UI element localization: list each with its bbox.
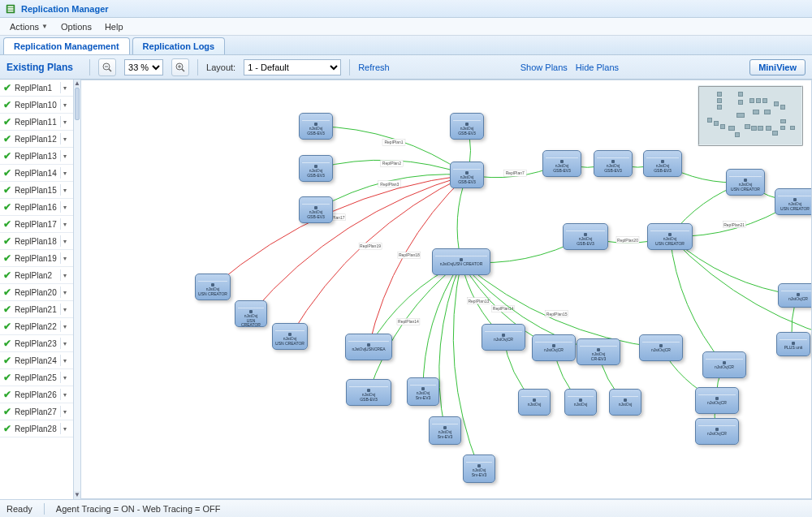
plan-item[interactable]: ✔ReplPlan25▾	[0, 369, 73, 386]
show-plans-button[interactable]: Show Plans	[520, 62, 568, 72]
plan-item[interactable]: ✔ReplPlan27▾	[0, 403, 73, 420]
graph-node[interactable]: nJstOvjCR	[778, 283, 812, 308]
chevron-down-icon[interactable]: ▾	[60, 423, 70, 434]
chevron-down-icon[interactable]: ▾	[60, 116, 70, 127]
graph-node[interactable]: nJstOvjGSB-EV3	[450, 113, 484, 140]
zoom-select[interactable]: 33 %	[124, 59, 163, 75]
plan-item[interactable]: ✔ReplPlan18▾	[0, 233, 73, 250]
chevron-down-icon[interactable]: ▾	[60, 150, 70, 162]
plan-item[interactable]: ✔ReplPlan23▾	[0, 335, 73, 352]
graph-node[interactable]: nJstOvjSrv-EV3	[407, 377, 439, 406]
plan-item[interactable]: ✔ReplPlan19▾	[0, 250, 73, 267]
graph-node[interactable]: nJstOvjCR	[702, 351, 746, 378]
chevron-down-icon[interactable]: ▾	[60, 99, 70, 110]
chevron-down-icon[interactable]: ▾	[60, 321, 70, 332]
graph-node[interactable]: nJstOvjUSN CREATOR	[195, 274, 231, 300]
scroll-thumb[interactable]	[75, 88, 80, 120]
chevron-down-icon[interactable]: ▾	[60, 218, 70, 230]
tab-replication-management[interactable]: Replication Management	[3, 37, 130, 54]
graph-node[interactable]: nJstOvjCR	[532, 334, 576, 361]
plan-item[interactable]: ✔ReplPlan1▾	[0, 80, 73, 97]
graph-node[interactable]: nJstOvj	[564, 389, 597, 416]
scroll-down-icon[interactable]: ▼	[74, 491, 80, 499]
chevron-down-icon[interactable]: ▾	[60, 269, 70, 281]
plan-item[interactable]: ✔ReplPlan21▾	[0, 301, 73, 318]
plan-item[interactable]: ✔ReplPlan11▾	[0, 114, 73, 131]
graph-node[interactable]: nJstOvjGSB-EV3	[299, 196, 333, 223]
plan-item[interactable]: ✔ReplPlan16▾	[0, 199, 73, 216]
chevron-down-icon[interactable]: ▾	[60, 201, 70, 213]
chevron-down-icon[interactable]: ▾	[60, 355, 70, 366]
miniview-button[interactable]: MiniView	[749, 59, 806, 75]
graph-node[interactable]: nJstOvjSrv-EV3	[463, 455, 495, 483]
chevron-down-icon[interactable]: ▾	[60, 406, 70, 417]
hide-plans-button[interactable]: Hide Plans	[576, 62, 619, 72]
graph-canvas[interactable]: ReplPlan1ReplPlan2ReplPlan3ReplPlan7Repl…	[81, 80, 812, 499]
sidebar-scrollbar[interactable]: ▲ ▼	[73, 80, 80, 499]
miniview-panel[interactable]	[698, 85, 803, 146]
chevron-down-icon[interactable]: ▾	[60, 389, 70, 400]
graph-node[interactable]: nJstOvjCR-EV3	[577, 338, 620, 365]
graph-node[interactable]: nJstOvjGSB-EV3	[563, 223, 608, 250]
plan-item[interactable]: ✔ReplPlan26▾	[0, 386, 73, 403]
graph-node[interactable]: PLUS unit	[776, 332, 810, 356]
plan-item[interactable]: ✔ReplPlan28▾	[0, 420, 73, 437]
layout-select[interactable]: 1 - Default	[244, 59, 341, 75]
chevron-down-icon: ▼	[41, 23, 48, 30]
plan-item[interactable]: ✔ReplPlan12▾	[0, 131, 73, 148]
plan-item[interactable]: ✔ReplPlan20▾	[0, 284, 73, 301]
menu-help[interactable]: Help	[100, 20, 128, 33]
check-icon: ✔	[3, 150, 11, 162]
chevron-down-icon[interactable]: ▾	[60, 372, 70, 383]
graph-node[interactable]: nJstOvjSrv-EV3	[429, 416, 461, 445]
chevron-down-icon[interactable]: ▾	[60, 252, 70, 264]
graph-node[interactable]: nJstOvjUSN CREATOR	[775, 188, 812, 215]
graph-node[interactable]: nJstOvjGSB-EV3	[643, 150, 682, 177]
svg-line-5	[109, 69, 111, 71]
graph-node[interactable]: nJstOvjUSN CREATOR	[647, 223, 693, 250]
plan-item[interactable]: ✔ReplPlan15▾	[0, 182, 73, 199]
graph-node[interactable]: nJstOvjGSB-EV3	[594, 150, 633, 177]
graph-node[interactable]: nJstOvjGSB-EV3	[542, 150, 581, 177]
chevron-down-icon[interactable]: ▾	[60, 338, 70, 349]
title-bar: Replication Manager	[0, 0, 812, 18]
graph-node[interactable]: nJstOvjGSB-EV3	[346, 379, 391, 406]
plan-item[interactable]: ✔ReplPlan2▾	[0, 267, 73, 284]
menu-actions[interactable]: Actions▼	[5, 20, 53, 33]
graph-node[interactable]: nJstOvjUSN CREATOR	[272, 323, 308, 350]
chevron-down-icon[interactable]: ▾	[60, 184, 70, 196]
chevron-down-icon[interactable]: ▾	[60, 235, 70, 247]
graph-node[interactable]: nJstOvjGSB-EV3	[299, 155, 333, 182]
graph-node[interactable]: nJstOvjCR	[695, 418, 739, 445]
plan-item[interactable]: ✔ReplPlan13▾	[0, 148, 73, 165]
plan-list[interactable]: ✔ReplPlan1▾✔ReplPlan10▾✔ReplPlan11▾✔Repl…	[0, 80, 73, 499]
plan-item[interactable]: ✔ReplPlan17▾	[0, 216, 73, 233]
refresh-button[interactable]: Refresh	[358, 62, 390, 72]
graph-node[interactable]: nJstOvj	[609, 389, 641, 416]
zoom-out-button[interactable]	[98, 58, 116, 76]
graph-node[interactable]: nJstOvjCR	[695, 387, 739, 414]
graph-node[interactable]: nJstOvjCR	[482, 324, 525, 351]
graph-node[interactable]: nJstOvjUSN CREATOR	[432, 248, 490, 275]
chevron-down-icon[interactable]: ▾	[60, 167, 70, 179]
plan-item[interactable]: ✔ReplPlan22▾	[0, 318, 73, 335]
graph-node[interactable]: nJstOvj	[518, 389, 551, 416]
zoom-in-button[interactable]	[171, 58, 189, 76]
menu-options[interactable]: Options	[56, 20, 97, 33]
graph-node[interactable]: nJstOvjUSN CREATOR	[726, 169, 765, 196]
plan-item[interactable]: ✔ReplPlan10▾	[0, 97, 73, 114]
plan-item[interactable]: ✔ReplPlan14▾	[0, 165, 73, 182]
graph-node[interactable]: nJstOvjGSB-EV3	[299, 113, 333, 140]
scroll-up-icon[interactable]: ▲	[74, 80, 80, 88]
chevron-down-icon[interactable]: ▾	[60, 82, 70, 93]
graph-node[interactable]: nJstOvjCR	[639, 334, 683, 361]
chevron-down-icon[interactable]: ▾	[60, 133, 70, 144]
tab-replication-logs[interactable]: Replication Logs	[132, 37, 226, 54]
chevron-down-icon[interactable]: ▾	[60, 304, 70, 315]
graph-node[interactable]: nJstOvjUSN CREATOR	[235, 300, 267, 327]
check-icon: ✔	[3, 287, 11, 298]
graph-node[interactable]: nJstOvjUSNCREA	[345, 334, 392, 360]
chevron-down-icon[interactable]: ▾	[60, 287, 70, 298]
graph-node[interactable]: nJstOvjGSB-EV3	[450, 162, 484, 188]
plan-item[interactable]: ✔ReplPlan24▾	[0, 352, 73, 369]
